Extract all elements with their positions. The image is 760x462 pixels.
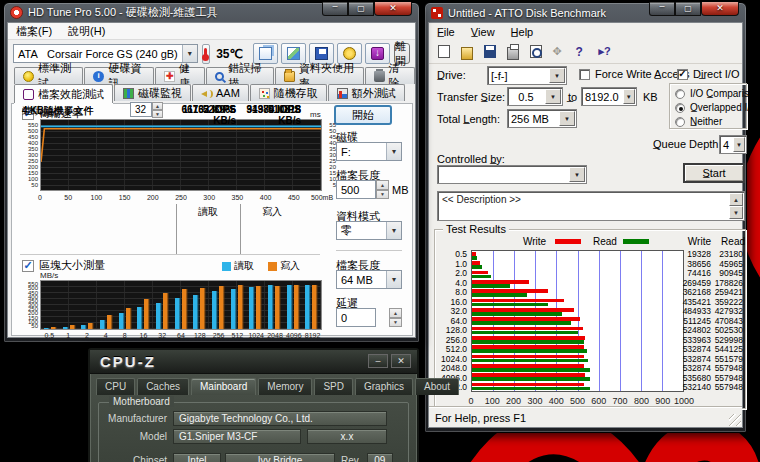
temperature-button[interactable] xyxy=(202,44,210,64)
capture-icon xyxy=(371,47,384,60)
radio-option[interactable]: I/O C̲omparison xyxy=(675,87,760,100)
tab[interactable]: SPD xyxy=(314,378,353,395)
spin-up-icon[interactable] xyxy=(376,180,389,190)
menu-item[interactable]: 說明(H) xyxy=(60,23,113,40)
controlled-by-select[interactable] xyxy=(437,165,587,184)
drive-select[interactable]: [-f-] xyxy=(487,66,567,85)
queue-depth-value: 4 xyxy=(720,139,732,151)
toolbar-button[interactable] xyxy=(479,42,500,61)
menu-item[interactable]: H̲elp xyxy=(503,25,542,39)
spin-up-icon[interactable] xyxy=(152,102,163,110)
chevron-down-icon[interactable] xyxy=(623,89,635,104)
chevron-down-icon[interactable] xyxy=(386,222,401,239)
transfer-size-from[interactable]: 0.5 xyxy=(507,87,563,106)
close-button[interactable]: ✕ xyxy=(391,354,411,368)
tab[interactable]: About xyxy=(415,378,459,395)
description-box[interactable]: << Description >> ▲▼ xyxy=(437,191,745,221)
tab[interactable]: Graphics xyxy=(355,378,413,395)
chevron-down-icon[interactable] xyxy=(182,45,197,62)
tab[interactable]: 額外測試 xyxy=(328,84,405,101)
tab[interactable]: 健康 xyxy=(155,67,205,84)
delay-stepper[interactable] xyxy=(389,308,402,327)
chevron-down-icon[interactable] xyxy=(569,167,585,182)
tab[interactable]: 硬碟資訊 xyxy=(84,67,153,84)
chevron-down-icon[interactable] xyxy=(386,271,401,288)
toolbar-button[interactable] xyxy=(525,42,546,61)
toolbar-button[interactable] xyxy=(594,42,615,61)
chevron-down-icon[interactable] xyxy=(386,143,401,160)
scroll-down-icon[interactable]: ▼ xyxy=(729,206,743,219)
file-length-stepper[interactable] xyxy=(376,180,389,199)
radio-dot[interactable] xyxy=(675,89,685,99)
spin-up-icon[interactable] xyxy=(389,308,402,318)
atto-titlebar[interactable]: Untitled - ATTO Disk Benchmark xyxy=(428,3,743,22)
direct-io-checkbox[interactable]: Di̲rect I/O xyxy=(677,68,739,80)
spin-down-icon[interactable] xyxy=(376,190,389,200)
radio-option[interactable]: O̲verlapped I/O xyxy=(675,101,760,114)
tab[interactable]: 磁碟監視 xyxy=(114,84,191,101)
toolbar-button[interactable] xyxy=(456,42,477,61)
transfer-size-to[interactable]: 8192.0 xyxy=(581,87,637,106)
scrollbar[interactable]: ▲▼ xyxy=(729,193,743,219)
block-size-checkbox[interactable] xyxy=(22,260,34,272)
delay-input[interactable]: 0 xyxy=(336,308,376,327)
menu-item[interactable]: F̲ile xyxy=(429,25,463,39)
toolbar-button[interactable] xyxy=(571,42,592,61)
radio-dot[interactable] xyxy=(675,103,685,113)
file-length2-select[interactable]: 64 MB xyxy=(336,270,402,289)
queue-depth-select[interactable]: 4 xyxy=(719,135,747,154)
tab[interactable]: Caches xyxy=(137,378,189,395)
scroll-up-icon[interactable]: ▲ xyxy=(729,193,743,206)
direct-io-label: Di̲rect I/O xyxy=(693,68,739,80)
save-icon xyxy=(315,47,328,60)
total-length-select[interactable]: 256 MB xyxy=(507,109,577,128)
chevron-down-icon[interactable] xyxy=(559,111,575,126)
讀取-bar xyxy=(249,287,255,329)
tab[interactable]: Mainboard xyxy=(191,378,256,395)
file-length-input[interactable]: 500 xyxy=(336,180,376,199)
maximize-button[interactable] xyxy=(348,2,374,16)
寫入-bar xyxy=(312,285,318,329)
maximize-button[interactable] xyxy=(675,2,701,16)
radio-option[interactable]: N̲either xyxy=(675,115,760,128)
legend-swatch xyxy=(268,262,277,271)
tab[interactable]: Memory xyxy=(258,378,312,395)
start-button[interactable]: S̲tart xyxy=(683,163,745,183)
close-button[interactable] xyxy=(701,2,739,16)
tab[interactable]: 錯誤掃描 xyxy=(206,67,274,84)
data-mode-select[interactable]: 零 xyxy=(336,221,402,240)
close-button[interactable] xyxy=(374,2,412,16)
size-label: 8.0 xyxy=(435,288,467,297)
checkbox-box[interactable] xyxy=(579,69,590,80)
disk-select[interactable]: F: xyxy=(336,142,402,161)
tab[interactable]: 隨機存取 xyxy=(250,84,327,101)
checkbox-box[interactable] xyxy=(677,69,688,80)
minimize-button[interactable] xyxy=(322,2,348,16)
resize-grip[interactable] xyxy=(729,414,741,426)
chevron-down-icon[interactable] xyxy=(545,89,561,104)
toolbar-button[interactable] xyxy=(365,43,390,64)
radio-dot[interactable] xyxy=(675,117,685,127)
spin-down-icon[interactable] xyxy=(389,318,402,328)
tab[interactable]: 資料夾使用率 xyxy=(275,67,364,84)
tab[interactable]: AAM xyxy=(192,84,249,101)
menu-item[interactable]: V̲iew xyxy=(463,25,503,39)
toolbar-button[interactable] xyxy=(502,42,523,61)
cpuz-titlebar[interactable]: CPU-Z –✕ xyxy=(90,350,417,374)
hdtune-titlebar[interactable]: HD Tune Pro 5.00 - 硬碟檢測-維護工具 xyxy=(7,3,416,22)
tab[interactable]: 清除 xyxy=(365,67,415,84)
menu-item[interactable]: 檔案(F) xyxy=(8,23,60,40)
minimize-button[interactable] xyxy=(649,2,675,16)
toolbar-button[interactable] xyxy=(548,42,569,61)
force-write-access-checkbox[interactable]: Force Write A̲ccess xyxy=(579,68,690,80)
寫入-bar xyxy=(70,325,76,329)
tab[interactable]: 檔案效能測試 xyxy=(14,84,113,103)
chevron-down-icon[interactable] xyxy=(733,137,745,152)
toolbar-button[interactable] xyxy=(433,42,454,61)
tab[interactable]: CPU xyxy=(96,378,135,395)
spin-down-icon[interactable] xyxy=(152,110,163,118)
chevron-down-icon[interactable] xyxy=(549,68,565,83)
tab[interactable]: 標準測試 xyxy=(14,67,83,84)
minimize-button[interactable]: – xyxy=(368,354,388,368)
thread-count-stepper[interactable]: 32 xyxy=(130,102,163,117)
